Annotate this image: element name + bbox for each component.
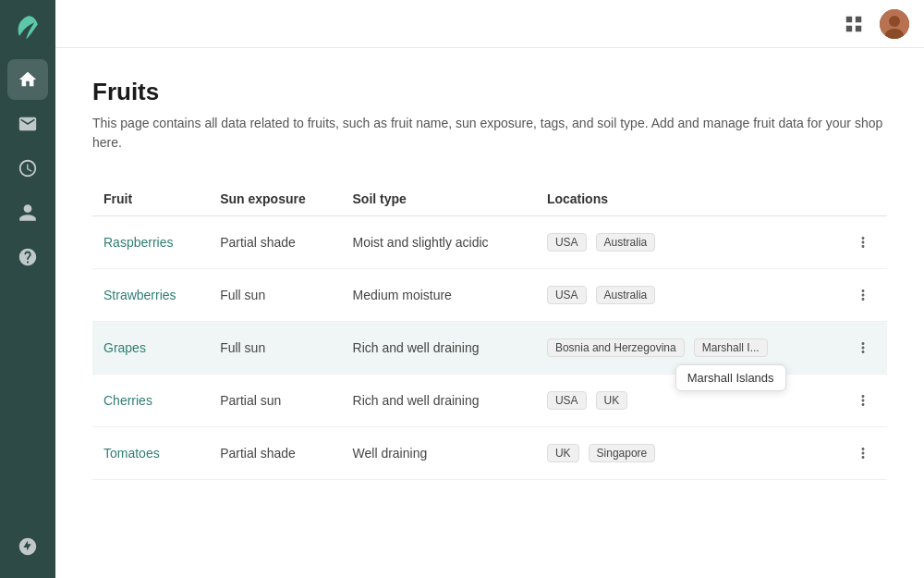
page-title: Fruits xyxy=(92,78,887,106)
sidebar-item-mail[interactable] xyxy=(7,104,48,144)
col-soil-type: Soil type xyxy=(342,182,536,216)
table-row: Strawberries Full sun Medium moisture US… xyxy=(92,269,887,322)
fruits-table-container: Fruit Sun exposure Soil type Locations R… xyxy=(92,182,887,480)
page-description: This page contains all data related to f… xyxy=(92,114,887,153)
col-locations: Locations xyxy=(536,182,839,216)
table-row: Grapes Full sun Rich and well draining B… xyxy=(92,322,887,375)
topbar xyxy=(55,0,924,48)
actions-raspberries xyxy=(839,216,887,269)
fruit-link-tomatoes[interactable]: Tomatoes xyxy=(103,446,160,461)
fruit-name-cherries: Cherries xyxy=(92,375,209,427)
sidebar xyxy=(0,0,55,578)
sidebar-item-home[interactable] xyxy=(7,59,48,100)
sidebar-nav xyxy=(7,59,48,519)
fruits-table: Fruit Sun exposure Soil type Locations R… xyxy=(92,182,887,480)
avatar-initials xyxy=(880,9,909,39)
user-avatar[interactable] xyxy=(880,9,909,39)
location-tag: USA xyxy=(547,286,587,304)
location-tag: Australia xyxy=(596,233,656,252)
fruit-name-grapes: Grapes xyxy=(92,322,209,375)
content-area: Fruits This page contains all data relat… xyxy=(55,48,924,578)
soil-type-raspberries: Moist and slightly acidic xyxy=(342,216,536,269)
table-header: Fruit Sun exposure Soil type Locations xyxy=(92,182,887,216)
location-tag: USA xyxy=(547,391,587,410)
sun-exposure-cherries: Partial sun xyxy=(209,375,341,427)
sidebar-logo xyxy=(11,11,44,44)
soil-type-cherries: Rich and well draining xyxy=(342,375,536,427)
svg-point-1 xyxy=(889,16,900,27)
sidebar-item-clock[interactable] xyxy=(7,148,48,189)
sidebar-item-user[interactable] xyxy=(7,192,48,233)
more-button-raspberries[interactable] xyxy=(850,229,876,255)
location-tag: UK xyxy=(547,444,579,462)
actions-cherries xyxy=(839,375,887,427)
fruit-name-strawberries: Strawberries xyxy=(92,269,209,322)
soil-type-tomatoes: Well draining xyxy=(342,427,536,480)
col-actions xyxy=(839,182,887,216)
locations-raspberries: USA Australia xyxy=(536,216,839,269)
fruit-name-raspberries: Raspberries xyxy=(92,216,209,269)
sidebar-item-help[interactable] xyxy=(7,237,48,277)
main-area: Fruits This page contains all data relat… xyxy=(55,0,924,578)
col-sun-exposure: Sun exposure xyxy=(209,182,341,216)
fruit-link-raspberries[interactable]: Raspberries xyxy=(103,235,173,250)
sidebar-item-support[interactable] xyxy=(7,526,48,567)
locations-tomatoes: UK Singapore xyxy=(536,427,839,480)
sun-exposure-raspberries: Partial shade xyxy=(209,216,341,269)
col-fruit: Fruit xyxy=(92,182,209,216)
grid-icon[interactable] xyxy=(839,9,869,39)
locations-strawberries: USA Australia xyxy=(536,269,839,322)
more-button-tomatoes[interactable] xyxy=(850,440,876,466)
sidebar-bottom xyxy=(7,526,48,567)
soil-type-strawberries: Medium moisture xyxy=(342,269,536,322)
location-tag: Singapore xyxy=(589,444,656,462)
location-tag: Bosnia and Herzegovina xyxy=(547,338,685,357)
sun-exposure-grapes: Full sun xyxy=(209,322,341,375)
fruit-link-grapes[interactable]: Grapes xyxy=(103,340,146,355)
table-row: Tomatoes Partial shade Well draining UK … xyxy=(92,427,887,480)
fruit-name-tomatoes: Tomatoes xyxy=(92,427,209,480)
actions-strawberries xyxy=(839,269,887,322)
sun-exposure-strawberries: Full sun xyxy=(209,269,341,322)
more-button-grapes[interactable] xyxy=(850,335,876,361)
table-body: Raspberries Partial shade Moist and slig… xyxy=(92,216,887,480)
table-row: Raspberries Partial shade Moist and slig… xyxy=(92,216,887,269)
more-button-strawberries[interactable] xyxy=(850,282,876,308)
tooltip-container-grapes: Marshall I... Marshall Islands xyxy=(694,338,772,357)
location-tag: UK xyxy=(596,391,628,410)
more-button-cherries[interactable] xyxy=(850,387,876,413)
location-tag: USA xyxy=(547,233,587,252)
fruit-link-strawberries[interactable]: Strawberries xyxy=(103,288,176,302)
sun-exposure-tomatoes: Partial shade xyxy=(209,427,341,480)
marshall-islands-tooltip: Marshall Islands xyxy=(675,364,786,391)
location-tag: Australia xyxy=(596,286,656,304)
fruit-link-cherries[interactable]: Cherries xyxy=(103,393,152,408)
actions-grapes xyxy=(839,322,887,375)
soil-type-grapes: Rich and well draining xyxy=(342,322,536,375)
actions-tomatoes xyxy=(839,427,887,480)
locations-grapes: Bosnia and Herzegovina Marshall I... Mar… xyxy=(536,322,839,375)
location-tag-marshall: Marshall I... xyxy=(694,338,768,357)
